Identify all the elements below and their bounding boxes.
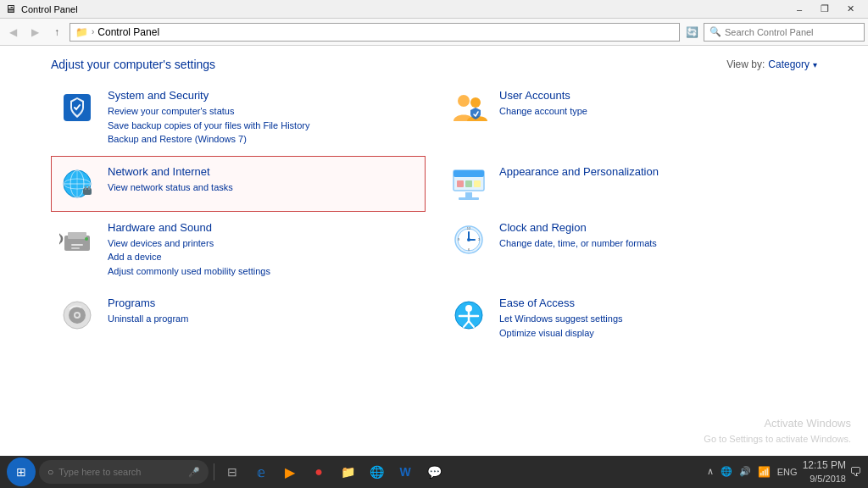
network-internet-link-1[interactable]: View network status and tasks [108,180,418,195]
edge-button[interactable]: 𝕖 [248,458,274,486]
view-by[interactable]: View by: Category ▾ [726,58,817,70]
close-button[interactable]: ✕ [837,0,863,19]
tray-up-arrow[interactable]: ∧ [705,464,715,479]
hardware-sound-link-3[interactable]: Adjust commonly used mobility settings [108,264,418,279]
explorer-button[interactable]: 📁 [335,458,360,486]
svg-rect-20 [71,244,83,246]
window-controls: – ❐ ✕ [787,0,863,19]
view-by-arrow: ▾ [813,60,817,69]
svg-rect-12 [453,170,484,177]
user-accounts-title[interactable]: User Accounts [499,89,810,102]
tray-time: 12:15 PM [803,459,846,473]
view-by-label: View by: [726,58,765,70]
svg-rect-9 [85,186,86,190]
system-security-icon [58,89,96,126]
hardware-sound-title[interactable]: Hardware and Sound [108,221,418,234]
user-accounts-icon [450,89,487,126]
system-security-title[interactable]: System and Security [108,89,418,102]
svg-rect-8 [83,188,92,195]
word-button[interactable]: W [392,458,418,486]
svg-rect-14 [465,180,472,187]
tray-clock[interactable]: 12:15 PM 9/5/2018 [803,459,846,485]
mic-icon[interactable]: 🎤 [188,467,200,478]
clock-region-title[interactable]: Clock and Region [499,221,810,234]
clock-region-icon: 12 3 6 9 [450,221,487,258]
up-button[interactable]: ↑ [47,23,66,42]
svg-point-2 [470,97,481,108]
taskview-icon: ⊟ [227,465,237,479]
start-button[interactable]: ⊞ [7,458,36,486]
clock-region-link-1[interactable]: Change date, time, or number formats [499,236,810,251]
tray-lang[interactable]: ENG [776,465,799,479]
chrome-icon: 🌐 [370,465,384,479]
search-box: 🔍 [704,23,865,42]
category-hardware-sound[interactable]: Hardware and Sound View devices and prin… [51,212,426,288]
svg-rect-17 [459,197,479,200]
messaging-button[interactable]: 💬 [421,458,447,486]
search-input[interactable] [725,27,859,37]
appearance-title[interactable]: Appearance and Personalization [499,165,810,178]
restore-button[interactable]: ❐ [812,0,837,19]
taskbar-divider-1 [214,463,214,480]
window-icon: 🖥 [5,3,16,15]
system-security-link-1[interactable]: Review your computer's status [108,104,418,119]
appearance-text: Appearance and Personalization [499,165,810,180]
title-bar: 🖥 Control Panel – ❐ ✕ [0,0,868,19]
tray-date: 9/5/2018 [803,473,846,485]
forward-button[interactable]: ▶ [25,23,44,42]
category-user-accounts[interactable]: User Accounts Change account type [442,80,817,156]
svg-text:12: 12 [467,226,471,230]
taskbar-search-input[interactable] [58,467,183,477]
category-system-security[interactable]: System and Security Review your computer… [51,80,426,156]
ease-of-access-link-2[interactable]: Optimize visual display [499,326,810,341]
chrome-button[interactable]: 🌐 [364,458,389,486]
hardware-sound-text: Hardware and Sound View devices and prin… [108,221,418,279]
tray-volume-icon[interactable]: 🔊 [737,464,753,479]
programs-title[interactable]: Programs [108,297,418,309]
taskview-button[interactable]: ⊟ [220,458,245,486]
category-network-internet[interactable]: Network and Internet View network status… [51,156,426,212]
main-content: Adjust your computer's settings View by:… [0,46,868,456]
notification-icon[interactable]: 🗨 [849,465,861,479]
vlc-button[interactable]: ▶ [277,458,303,486]
window-title: Control Panel [21,4,78,14]
programs-text: Programs Uninstall a program [108,297,418,326]
svg-point-1 [458,95,470,107]
search-icon: 🔍 [709,26,721,37]
svg-rect-15 [474,180,481,187]
appearance-icon [450,165,487,202]
programs-icon [58,297,96,334]
svg-rect-13 [457,180,464,187]
user-accounts-link-1[interactable]: Change account type [499,104,810,119]
ease-of-access-link-1[interactable]: Let Windows suggest settings [499,312,810,326]
network-internet-title[interactable]: Network and Internet [108,165,418,178]
system-tray: ∧ 🌐 🔊 📶 ENG 12:15 PM 9/5/2018 🗨 [705,459,861,485]
category-programs[interactable]: Programs Uninstall a program [51,287,426,349]
address-bar: ◀ ▶ ↑ 📁 › Control Panel 🔄 🔍 [0,19,868,46]
tray-wifi-icon[interactable]: 📶 [756,464,772,480]
system-security-link-3[interactable]: Backup and Restore (Windows 7) [108,132,418,147]
path-arrow: › [92,27,94,36]
hardware-sound-link-2[interactable]: Add a device [108,250,418,264]
hardware-sound-link-1[interactable]: View devices and printers [108,236,418,251]
address-path[interactable]: 📁 › Control Panel [70,23,680,42]
svg-point-35 [75,313,79,317]
taskbar-search: ○ 🎤 [39,460,209,484]
windows-logo-icon: ⊞ [16,465,26,479]
category-ease-of-access[interactable]: Ease of Access Let Windows suggest setti… [442,287,817,349]
category-clock-region[interactable]: 12 3 6 9 Clock and Region Change date, t… [442,212,817,288]
tray-network-icon[interactable]: 🌐 [719,464,734,479]
word-icon: W [399,465,410,479]
view-by-value[interactable]: Category [768,58,810,70]
system-security-link-2[interactable]: Save backup copies of your files with Fi… [108,119,418,133]
ease-of-access-title[interactable]: Ease of Access [499,297,810,309]
red-app-button[interactable]: ● [306,458,331,486]
back-button[interactable]: ◀ [3,23,22,42]
category-appearance[interactable]: Appearance and Personalization [442,156,817,212]
refresh-button[interactable]: 🔄 [683,24,700,41]
programs-link-1[interactable]: Uninstall a program [108,312,418,326]
page-title: Adjust your computer's settings [51,58,215,71]
system-security-text: System and Security Review your computer… [108,89,418,147]
minimize-button[interactable]: – [787,0,812,19]
hardware-sound-icon [58,221,96,258]
